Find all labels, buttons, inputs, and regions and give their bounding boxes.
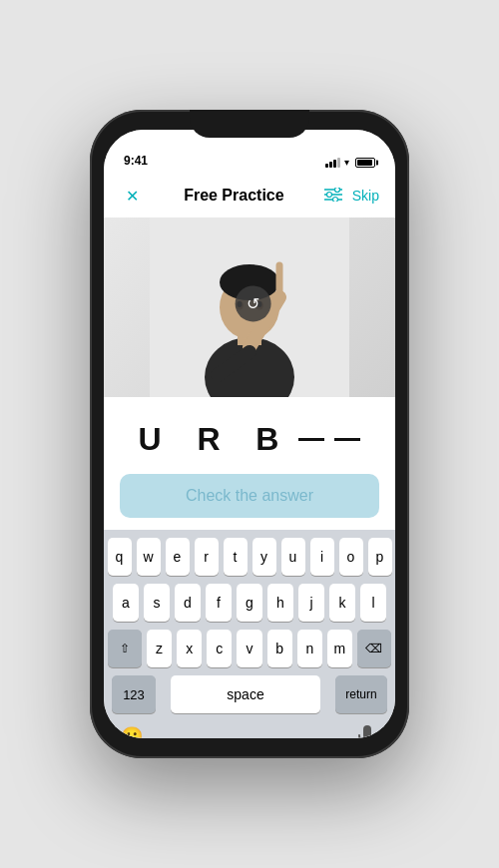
notch — [190, 110, 309, 138]
status-time: 9:41 — [124, 154, 148, 168]
key-a[interactable]: a — [113, 584, 139, 622]
key-u[interactable]: u — [281, 538, 305, 576]
svg-point-4 — [326, 192, 331, 197]
header-right: Skip — [324, 188, 379, 205]
check-answer-button[interactable]: Check the answer — [120, 474, 379, 518]
key-g[interactable]: g — [237, 584, 262, 622]
key-z[interactable]: z — [147, 630, 172, 667]
keyboard-bottom-row: 123 space return — [108, 675, 391, 713]
key-j[interactable]: j — [298, 584, 324, 622]
key-d[interactable]: d — [175, 584, 201, 622]
delete-key[interactable]: ⌫ — [357, 630, 391, 667]
key-n[interactable]: n — [297, 630, 322, 667]
header: ✕ Free Practice Skip — [104, 174, 395, 217]
signal-icon — [325, 158, 340, 168]
key-r[interactable]: r — [195, 538, 219, 576]
key-x[interactable]: x — [177, 630, 202, 667]
emoji-key[interactable]: 🙂 — [114, 717, 150, 738]
return-key[interactable]: return — [335, 675, 387, 713]
key-h[interactable]: h — [267, 584, 293, 622]
svg-point-5 — [332, 197, 337, 202]
numbers-key[interactable]: 123 — [112, 675, 156, 713]
key-v[interactable]: v — [237, 630, 261, 667]
replay-button[interactable]: ↺ — [236, 285, 271, 321]
key-s[interactable]: s — [144, 584, 170, 622]
video-area: ↺ — [104, 217, 395, 397]
key-w[interactable]: w — [137, 538, 161, 576]
mic-key[interactable] — [349, 717, 385, 738]
space-key[interactable]: space — [171, 675, 320, 713]
keyboard-row-2: a s d f g h j k l — [108, 584, 391, 622]
key-y[interactable]: y — [252, 538, 276, 576]
replay-icon: ↺ — [247, 294, 259, 313]
shift-key[interactable]: ⇧ — [108, 630, 142, 667]
svg-point-3 — [334, 188, 339, 193]
keyboard: q w e r t y u i o p a s d f g — [104, 530, 395, 738]
key-t[interactable]: t — [224, 538, 248, 576]
page-title: Free Practice — [184, 187, 284, 205]
word-blanks — [298, 438, 360, 441]
main-content: ↺ U R B Check the answer q w — [104, 217, 395, 738]
keyboard-emoji-row: 🙂 — [108, 713, 391, 738]
key-c[interactable]: c — [207, 630, 232, 667]
svg-rect-18 — [363, 725, 371, 738]
filter-icon[interactable] — [324, 188, 342, 205]
word-display: U R B — [119, 397, 381, 474]
key-i[interactable]: i — [310, 538, 334, 576]
key-l[interactable]: l — [360, 584, 386, 622]
key-o[interactable]: o — [339, 538, 363, 576]
key-e[interactable]: e — [166, 538, 190, 576]
keyboard-row-1: q w e r t y u i o p — [108, 538, 391, 576]
key-p[interactable]: p — [368, 538, 392, 576]
wifi-icon: ▾ — [344, 157, 349, 168]
keyboard-row-3: ⇧ z x c v b n m ⌫ — [108, 630, 391, 667]
key-k[interactable]: k — [329, 584, 355, 622]
key-b[interactable]: b — [267, 630, 292, 667]
close-button[interactable]: ✕ — [120, 184, 144, 208]
skip-button[interactable]: Skip — [352, 188, 379, 204]
phone-screen: 9:41 ▾ ✕ Free Practice — [104, 130, 395, 738]
key-m[interactable]: m — [327, 630, 352, 667]
video-placeholder: ↺ — [104, 217, 395, 397]
battery-icon — [355, 158, 375, 168]
word-revealed: U R B — [139, 421, 285, 458]
key-q[interactable]: q — [108, 538, 132, 576]
phone-frame: 9:41 ▾ ✕ Free Practice — [90, 110, 409, 758]
status-icons: ▾ — [325, 157, 375, 168]
key-f[interactable]: f — [206, 584, 232, 622]
